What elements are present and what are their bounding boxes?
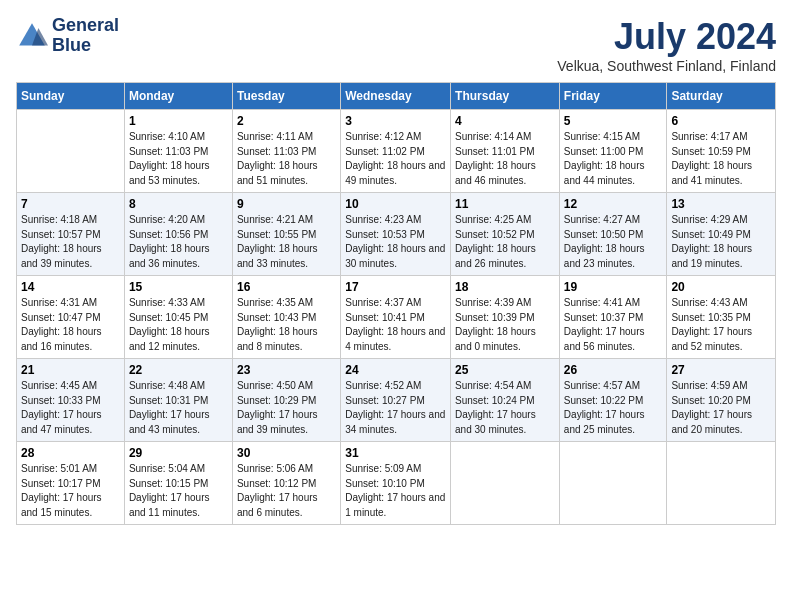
day-info: Sunrise: 4:27 AM Sunset: 10:50 PM Daylig… <box>564 213 663 271</box>
day-info: Sunrise: 4:43 AM Sunset: 10:35 PM Daylig… <box>671 296 771 354</box>
day-number: 1 <box>129 114 228 128</box>
calendar-cell: 5Sunrise: 4:15 AM Sunset: 11:00 PM Dayli… <box>559 110 667 193</box>
day-number: 14 <box>21 280 120 294</box>
calendar-cell: 27Sunrise: 4:59 AM Sunset: 10:20 PM Dayl… <box>667 359 776 442</box>
calendar-cell: 28Sunrise: 5:01 AM Sunset: 10:17 PM Dayl… <box>17 442 125 525</box>
day-number: 16 <box>237 280 336 294</box>
day-info: Sunrise: 5:04 AM Sunset: 10:15 PM Daylig… <box>129 462 228 520</box>
day-number: 23 <box>237 363 336 377</box>
calendar-cell: 12Sunrise: 4:27 AM Sunset: 10:50 PM Dayl… <box>559 193 667 276</box>
weekday-header-tuesday: Tuesday <box>232 83 340 110</box>
weekday-header-sunday: Sunday <box>17 83 125 110</box>
calendar-cell <box>667 442 776 525</box>
day-info: Sunrise: 4:10 AM Sunset: 11:03 PM Daylig… <box>129 130 228 188</box>
logo: General Blue <box>16 16 119 56</box>
location-title: Velkua, Southwest Finland, Finland <box>557 58 776 74</box>
calendar-cell: 3Sunrise: 4:12 AM Sunset: 11:02 PM Dayli… <box>341 110 451 193</box>
day-info: Sunrise: 4:18 AM Sunset: 10:57 PM Daylig… <box>21 213 120 271</box>
day-number: 22 <box>129 363 228 377</box>
weekday-header-saturday: Saturday <box>667 83 776 110</box>
calendar-cell: 4Sunrise: 4:14 AM Sunset: 11:01 PM Dayli… <box>451 110 560 193</box>
calendar-table: SundayMondayTuesdayWednesdayThursdayFrid… <box>16 82 776 525</box>
day-number: 18 <box>455 280 555 294</box>
calendar-cell: 23Sunrise: 4:50 AM Sunset: 10:29 PM Dayl… <box>232 359 340 442</box>
calendar-cell: 10Sunrise: 4:23 AM Sunset: 10:53 PM Dayl… <box>341 193 451 276</box>
calendar-cell: 21Sunrise: 4:45 AM Sunset: 10:33 PM Dayl… <box>17 359 125 442</box>
title-area: July 2024 Velkua, Southwest Finland, Fin… <box>557 16 776 74</box>
day-number: 5 <box>564 114 663 128</box>
day-info: Sunrise: 4:50 AM Sunset: 10:29 PM Daylig… <box>237 379 336 437</box>
calendar-cell <box>17 110 125 193</box>
calendar-cell: 6Sunrise: 4:17 AM Sunset: 10:59 PM Dayli… <box>667 110 776 193</box>
day-number: 9 <box>237 197 336 211</box>
day-info: Sunrise: 4:59 AM Sunset: 10:20 PM Daylig… <box>671 379 771 437</box>
day-number: 7 <box>21 197 120 211</box>
day-number: 17 <box>345 280 446 294</box>
logo-text: General Blue <box>52 16 119 56</box>
calendar-cell: 29Sunrise: 5:04 AM Sunset: 10:15 PM Dayl… <box>124 442 232 525</box>
day-info: Sunrise: 4:33 AM Sunset: 10:45 PM Daylig… <box>129 296 228 354</box>
weekday-header-wednesday: Wednesday <box>341 83 451 110</box>
calendar-cell: 17Sunrise: 4:37 AM Sunset: 10:41 PM Dayl… <box>341 276 451 359</box>
day-number: 2 <box>237 114 336 128</box>
calendar-week-2: 7Sunrise: 4:18 AM Sunset: 10:57 PM Dayli… <box>17 193 776 276</box>
calendar-cell: 14Sunrise: 4:31 AM Sunset: 10:47 PM Dayl… <box>17 276 125 359</box>
day-info: Sunrise: 4:54 AM Sunset: 10:24 PM Daylig… <box>455 379 555 437</box>
calendar-cell: 25Sunrise: 4:54 AM Sunset: 10:24 PM Dayl… <box>451 359 560 442</box>
day-info: Sunrise: 4:25 AM Sunset: 10:52 PM Daylig… <box>455 213 555 271</box>
calendar-cell <box>451 442 560 525</box>
day-number: 13 <box>671 197 771 211</box>
day-number: 20 <box>671 280 771 294</box>
calendar-cell: 11Sunrise: 4:25 AM Sunset: 10:52 PM Dayl… <box>451 193 560 276</box>
day-number: 30 <box>237 446 336 460</box>
day-number: 4 <box>455 114 555 128</box>
weekday-header-friday: Friday <box>559 83 667 110</box>
header: General Blue July 2024 Velkua, Southwest… <box>16 16 776 74</box>
logo-icon <box>16 20 48 52</box>
calendar-cell: 31Sunrise: 5:09 AM Sunset: 10:10 PM Dayl… <box>341 442 451 525</box>
day-info: Sunrise: 5:01 AM Sunset: 10:17 PM Daylig… <box>21 462 120 520</box>
day-number: 28 <box>21 446 120 460</box>
day-info: Sunrise: 4:52 AM Sunset: 10:27 PM Daylig… <box>345 379 446 437</box>
calendar-cell: 2Sunrise: 4:11 AM Sunset: 11:03 PM Dayli… <box>232 110 340 193</box>
calendar-cell: 1Sunrise: 4:10 AM Sunset: 11:03 PM Dayli… <box>124 110 232 193</box>
day-info: Sunrise: 4:41 AM Sunset: 10:37 PM Daylig… <box>564 296 663 354</box>
day-number: 26 <box>564 363 663 377</box>
day-number: 24 <box>345 363 446 377</box>
day-info: Sunrise: 4:37 AM Sunset: 10:41 PM Daylig… <box>345 296 446 354</box>
day-info: Sunrise: 4:11 AM Sunset: 11:03 PM Daylig… <box>237 130 336 188</box>
day-number: 19 <box>564 280 663 294</box>
calendar-cell: 15Sunrise: 4:33 AM Sunset: 10:45 PM Dayl… <box>124 276 232 359</box>
calendar-cell: 22Sunrise: 4:48 AM Sunset: 10:31 PM Dayl… <box>124 359 232 442</box>
weekday-header-thursday: Thursday <box>451 83 560 110</box>
day-number: 25 <box>455 363 555 377</box>
day-info: Sunrise: 4:15 AM Sunset: 11:00 PM Daylig… <box>564 130 663 188</box>
calendar-cell <box>559 442 667 525</box>
day-number: 6 <box>671 114 771 128</box>
calendar-cell: 7Sunrise: 4:18 AM Sunset: 10:57 PM Dayli… <box>17 193 125 276</box>
calendar-cell: 30Sunrise: 5:06 AM Sunset: 10:12 PM Dayl… <box>232 442 340 525</box>
day-info: Sunrise: 4:35 AM Sunset: 10:43 PM Daylig… <box>237 296 336 354</box>
day-info: Sunrise: 4:14 AM Sunset: 11:01 PM Daylig… <box>455 130 555 188</box>
day-number: 12 <box>564 197 663 211</box>
calendar-cell: 8Sunrise: 4:20 AM Sunset: 10:56 PM Dayli… <box>124 193 232 276</box>
day-number: 29 <box>129 446 228 460</box>
calendar-week-5: 28Sunrise: 5:01 AM Sunset: 10:17 PM Dayl… <box>17 442 776 525</box>
day-number: 11 <box>455 197 555 211</box>
day-info: Sunrise: 4:45 AM Sunset: 10:33 PM Daylig… <box>21 379 120 437</box>
day-info: Sunrise: 4:21 AM Sunset: 10:55 PM Daylig… <box>237 213 336 271</box>
day-info: Sunrise: 4:12 AM Sunset: 11:02 PM Daylig… <box>345 130 446 188</box>
calendar-cell: 16Sunrise: 4:35 AM Sunset: 10:43 PM Dayl… <box>232 276 340 359</box>
day-number: 15 <box>129 280 228 294</box>
calendar-cell: 26Sunrise: 4:57 AM Sunset: 10:22 PM Dayl… <box>559 359 667 442</box>
day-number: 27 <box>671 363 771 377</box>
day-info: Sunrise: 4:48 AM Sunset: 10:31 PM Daylig… <box>129 379 228 437</box>
calendar-cell: 9Sunrise: 4:21 AM Sunset: 10:55 PM Dayli… <box>232 193 340 276</box>
day-info: Sunrise: 4:23 AM Sunset: 10:53 PM Daylig… <box>345 213 446 271</box>
day-number: 31 <box>345 446 446 460</box>
calendar-week-4: 21Sunrise: 4:45 AM Sunset: 10:33 PM Dayl… <box>17 359 776 442</box>
day-info: Sunrise: 4:29 AM Sunset: 10:49 PM Daylig… <box>671 213 771 271</box>
day-info: Sunrise: 4:31 AM Sunset: 10:47 PM Daylig… <box>21 296 120 354</box>
calendar-cell: 24Sunrise: 4:52 AM Sunset: 10:27 PM Dayl… <box>341 359 451 442</box>
day-info: Sunrise: 5:09 AM Sunset: 10:10 PM Daylig… <box>345 462 446 520</box>
